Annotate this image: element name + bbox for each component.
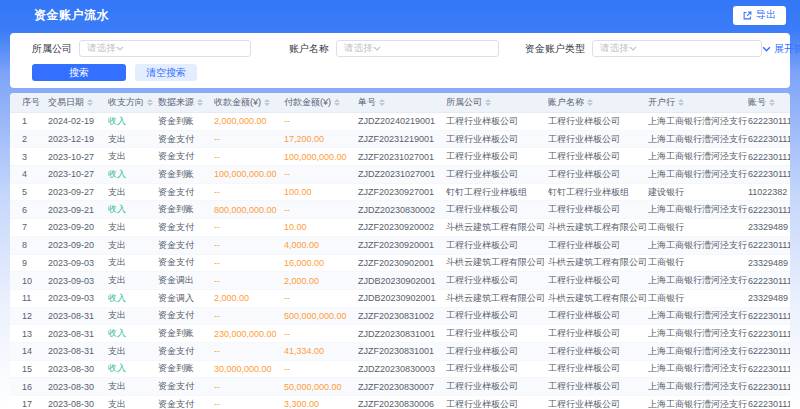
- transactions-table: 序号交易日期收支方向数据来源收款金额(¥)付款金额(¥)单号所属公司账户名称开户…: [10, 93, 790, 409]
- chevron-down-icon: [762, 43, 771, 54]
- account-name-filter-label: 账户名称: [289, 42, 329, 56]
- amount-cell: --: [214, 240, 284, 250]
- cell: 上海工商银行漕河泾支行: [648, 380, 748, 393]
- cell: ZJZF20230830007: [358, 382, 446, 392]
- account-name-filter-select[interactable]: 请选择: [336, 40, 499, 57]
- export-button[interactable]: 导出: [733, 6, 786, 25]
- amount-cell: --: [214, 276, 284, 286]
- cell: 23329489: [748, 222, 790, 232]
- direction-cell: 收入: [108, 168, 158, 181]
- cell: 资金到账: [158, 115, 214, 128]
- column-header-4[interactable]: 收款金额(¥): [214, 96, 284, 109]
- cell: 上海工商银行漕河泾支行: [648, 115, 748, 128]
- cell: 钉钉工程行业样板组: [446, 186, 548, 199]
- column-header-1[interactable]: 交易日期: [48, 96, 108, 109]
- account-type-filter-select[interactable]: 请选择: [592, 40, 762, 57]
- cell: 622230111: [748, 116, 790, 126]
- cell: 工程行业样板公司: [446, 115, 548, 128]
- amount-cell: 30,000,000.00: [214, 364, 284, 374]
- column-label: 收款金额(¥): [214, 96, 261, 109]
- cell: 工程行业样板公司: [548, 115, 648, 128]
- amount-cell: --: [214, 187, 284, 197]
- cell: ZJZF20230831001: [358, 346, 446, 356]
- cell: 上海工商银行漕河泾支行: [648, 274, 748, 287]
- sort-icon[interactable]: [678, 99, 684, 106]
- cell: 斗栱云建筑工程有限公司: [446, 256, 548, 269]
- cell: 建设银行: [648, 186, 748, 199]
- amount-cell: --: [284, 116, 358, 126]
- table-row: 82023-09-20支出资金支付--4,000.00ZJZF202309200…: [10, 237, 790, 255]
- cell: 工程行业样板公司: [446, 274, 548, 287]
- sort-icon[interactable]: [485, 99, 491, 106]
- cell: 11: [22, 293, 48, 303]
- sort-icon[interactable]: [334, 99, 340, 106]
- cell: ZJDB20230902001: [358, 276, 446, 286]
- column-header-8[interactable]: 账户名称: [548, 96, 648, 109]
- sort-icon[interactable]: [197, 99, 203, 106]
- cell: 工程行业样板公司: [446, 239, 548, 252]
- table-row: 142023-08-31支出资金支付--41,334.00ZJZF2023083…: [10, 343, 790, 361]
- column-header-9[interactable]: 开户行: [648, 96, 748, 109]
- column-header-2[interactable]: 收支方向: [108, 96, 158, 109]
- table-row: 122023-08-31支出资金支付--500,000,000.00ZJZF20…: [10, 308, 790, 326]
- cell: 11022382: [748, 187, 790, 197]
- cell: 622230111: [748, 205, 790, 215]
- sort-icon[interactable]: [264, 99, 270, 106]
- direction-cell: 支出: [108, 309, 158, 322]
- sort-icon[interactable]: [147, 99, 153, 106]
- sort-icon[interactable]: [587, 99, 593, 106]
- cell: 工程行业样板公司: [446, 133, 548, 146]
- amount-cell: --: [214, 382, 284, 392]
- amount-cell: --: [214, 311, 284, 321]
- sort-icon[interactable]: [87, 99, 93, 106]
- column-header-7[interactable]: 所属公司: [446, 96, 548, 109]
- amount-cell: 41,334.00: [284, 346, 358, 356]
- cell: ZJDB20230902001: [358, 293, 446, 303]
- amount-cell: 230,000,000.00: [214, 329, 284, 339]
- cell: 工程行业样板公司: [548, 239, 648, 252]
- column-header-10[interactable]: 账号: [748, 96, 790, 109]
- cell: 斗栱云建筑工程有限公司: [446, 221, 548, 234]
- amount-cell: 2,000.00: [284, 276, 358, 286]
- column-label: 账户名称: [548, 96, 584, 109]
- direction-cell: 支出: [108, 345, 158, 358]
- cell: ZJZF20230920002: [358, 222, 446, 232]
- cell: 资金支付: [158, 398, 214, 409]
- cell: 资金到账: [158, 203, 214, 216]
- cell: 资金支付: [158, 221, 214, 234]
- amount-cell: 100,000,000.00: [284, 152, 358, 162]
- column-header-5[interactable]: 付款金额(¥): [284, 96, 358, 109]
- cell: 上海工商银行漕河泾支行: [648, 398, 748, 409]
- cell: 23329489: [748, 258, 790, 268]
- search-button[interactable]: 搜索: [32, 64, 126, 81]
- direction-cell: 收入: [108, 327, 158, 340]
- cell: 资金支付: [158, 256, 214, 269]
- sort-icon[interactable]: [379, 99, 385, 106]
- cell: 上海工商银行漕河泾支行: [648, 133, 748, 146]
- cell: 上海工商银行漕河泾支行: [648, 327, 748, 340]
- cell: 资金调入: [158, 292, 214, 305]
- filter-field-account-type: 资金账户类型 请选择: [525, 40, 762, 57]
- column-label: 收支方向: [108, 96, 144, 109]
- table-row: 132023-08-31收入资金到账230,000,000.00--ZJDZ20…: [10, 325, 790, 343]
- amount-cell: 100.00: [284, 187, 358, 197]
- company-filter-select[interactable]: 请选择: [79, 40, 251, 57]
- cell: 622230111: [748, 382, 790, 392]
- column-header-6[interactable]: 单号: [358, 96, 446, 109]
- amount-cell: --: [214, 134, 284, 144]
- column-header-3[interactable]: 数据来源: [158, 96, 214, 109]
- clear-search-button[interactable]: 清空搜索: [135, 64, 197, 81]
- cell: 12: [22, 311, 48, 321]
- direction-cell: 支出: [108, 239, 158, 252]
- cell: 工程行业样板公司: [548, 274, 648, 287]
- cell: 上海工商银行漕河泾支行: [648, 239, 748, 252]
- amount-cell: 50,000,000.00: [284, 382, 358, 392]
- direction-cell: 支出: [108, 221, 158, 234]
- sort-icon[interactable]: [769, 99, 775, 106]
- cell: 23329489: [748, 293, 790, 303]
- expand-filters-link[interactable]: 展开筛选: [762, 42, 800, 56]
- cell: 资金支付: [158, 150, 214, 163]
- cell: 上海工商银行漕河泾支行: [648, 203, 748, 216]
- direction-cell: 支出: [108, 133, 158, 146]
- cell: 2023-08-30: [48, 399, 108, 409]
